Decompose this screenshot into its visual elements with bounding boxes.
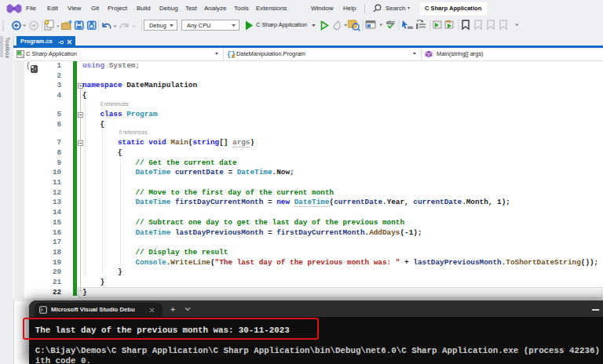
svg-text:abc: abc [386, 20, 396, 25]
